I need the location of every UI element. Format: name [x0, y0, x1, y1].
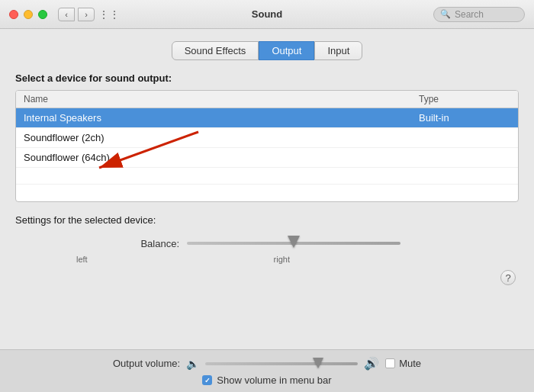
volume-thumb: [313, 358, 323, 368]
table-row[interactable]: Soundflower (2ch): [16, 128, 518, 148]
table-row[interactable]: Soundflower (64ch): [16, 148, 518, 168]
volume-row: Output volume: 🔈 🔊 Mute: [113, 356, 421, 371]
back-button[interactable]: ‹: [58, 8, 75, 21]
select-device-label: Select a device for sound output:: [15, 72, 519, 84]
mute-checkbox[interactable]: [385, 358, 395, 368]
balance-right-label: right: [274, 255, 290, 264]
balance-labels: left right: [76, 255, 290, 264]
show-volume-checkbox[interactable]: ✓: [202, 375, 212, 385]
tabs-row: Sound Effects Output Input: [15, 41, 519, 60]
mute-checkbox-row: Mute: [385, 358, 421, 369]
show-volume-label: Show volume in menu bar: [217, 374, 331, 386]
main-content: Sound Effects Output Input Select a devi…: [0, 29, 534, 296]
minimize-button[interactable]: [24, 10, 33, 19]
checkmark-icon: ✓: [204, 377, 211, 384]
forward-button[interactable]: ›: [78, 8, 95, 21]
balance-track: [187, 242, 400, 245]
balance-left-label: left: [76, 255, 88, 264]
maximize-button[interactable]: [38, 10, 47, 19]
row-1-type: Built-in: [419, 112, 510, 124]
balance-thumb: [288, 236, 300, 248]
close-button[interactable]: [9, 10, 18, 19]
device-table-wrapper: Name Type Internal Speakers Built-in Sou…: [15, 90, 519, 202]
search-placeholder: Search: [455, 9, 484, 20]
volume-slider[interactable]: [205, 358, 358, 370]
balance-label: Balance:: [134, 238, 179, 249]
search-icon: 🔍: [440, 9, 451, 19]
window-title: Sound: [252, 8, 282, 20]
nav-buttons: ‹ ›: [58, 8, 95, 21]
search-box[interactable]: 🔍 Search: [433, 7, 525, 22]
balance-slider[interactable]: [187, 236, 400, 250]
grid-button[interactable]: ⋮⋮: [102, 8, 116, 21]
tab-input[interactable]: Input: [314, 41, 362, 60]
volume-low-icon: 🔈: [186, 358, 199, 370]
row-2-name: Soundflower (2ch): [24, 132, 419, 143]
device-table: Name Type Internal Speakers Built-in Sou…: [15, 90, 519, 202]
row-3-type: [419, 152, 510, 163]
show-volume-row: ✓ Show volume in menu bar: [202, 374, 331, 386]
mute-label: Mute: [399, 358, 421, 369]
output-volume-label: Output volume:: [113, 358, 180, 369]
bottom-bar: Output volume: 🔈 🔊 Mute ✓ Show volume in…: [0, 349, 534, 392]
volume-high-icon: 🔊: [364, 356, 379, 371]
table-row[interactable]: Internal Speakers Built-in: [16, 108, 518, 128]
settings-label: Settings for the selected device:: [15, 214, 519, 226]
help-row: ?: [15, 270, 519, 285]
help-button[interactable]: ?: [500, 270, 516, 285]
col-name-header: Name: [24, 94, 419, 104]
row-3-name: Soundflower (64ch): [24, 152, 419, 163]
row-1-name: Internal Speakers: [24, 112, 419, 124]
traffic-lights: [9, 10, 47, 19]
balance-row: Balance:: [15, 236, 519, 250]
row-2-type: [419, 132, 510, 143]
volume-track: [205, 362, 358, 365]
col-type-header: Type: [419, 94, 510, 104]
titlebar: ‹ › ⋮⋮ Sound 🔍 Search: [0, 0, 534, 29]
tab-sound-effects[interactable]: Sound Effects: [172, 41, 259, 60]
table-header: Name Type: [16, 91, 518, 108]
tab-output[interactable]: Output: [259, 41, 314, 60]
